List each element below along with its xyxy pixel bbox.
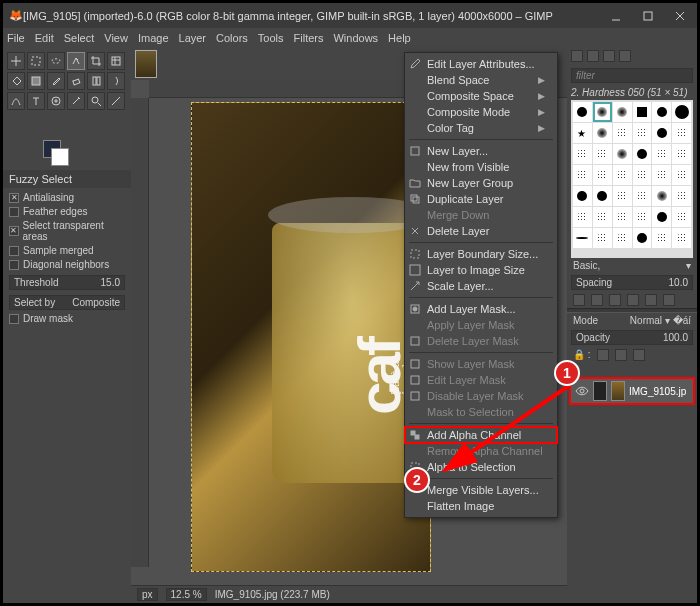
mi-new-from-visible[interactable]: New from Visible — [405, 159, 557, 175]
brush-item[interactable] — [593, 144, 612, 164]
brush-grid[interactable] — [571, 100, 693, 258]
opacity-slider[interactable]: Opacity100.0 — [571, 330, 693, 345]
threshold-slider[interactable]: Threshold15.0 — [9, 275, 125, 290]
brush-item[interactable] — [652, 186, 671, 206]
mi-edit-attributes[interactable]: Edit Layer Attributes... — [405, 56, 557, 72]
rect-select-tool[interactable] — [27, 52, 45, 70]
brush-item[interactable] — [593, 123, 612, 143]
mi-scale[interactable]: Scale Layer... — [405, 278, 557, 294]
brush-item[interactable] — [633, 144, 652, 164]
minimize-button[interactable] — [609, 9, 623, 23]
brush-item[interactable] — [633, 123, 652, 143]
brush-item[interactable] — [573, 207, 592, 227]
mi-new-group[interactable]: New Layer Group — [405, 175, 557, 191]
feather-checkbox[interactable] — [9, 207, 19, 217]
mi-duplicate[interactable]: Duplicate Layer — [405, 191, 557, 207]
menu-select[interactable]: Select — [64, 32, 95, 44]
brushes-tab-icon[interactable] — [571, 50, 583, 62]
del-brush-icon[interactable] — [627, 294, 639, 306]
brush-item[interactable] — [633, 165, 652, 185]
brush-item[interactable] — [613, 207, 632, 227]
text-tool[interactable] — [27, 92, 45, 110]
brush-item[interactable] — [573, 186, 592, 206]
brush-item[interactable] — [573, 228, 592, 248]
menu-edit[interactable]: Edit — [35, 32, 54, 44]
free-select-tool[interactable] — [47, 52, 65, 70]
brush-item[interactable] — [573, 102, 592, 122]
maximize-button[interactable] — [641, 9, 655, 23]
brush-item[interactable] — [593, 207, 612, 227]
mi-composite-mode[interactable]: Composite Mode▶ — [405, 104, 557, 120]
lock-alpha-icon[interactable] — [633, 349, 645, 361]
brush-item[interactable] — [613, 123, 632, 143]
brush-item[interactable] — [652, 165, 671, 185]
transform-tool[interactable] — [107, 52, 125, 70]
brush-tool[interactable] — [47, 72, 65, 90]
dup-brush-icon[interactable] — [609, 294, 621, 306]
bg-color[interactable] — [51, 148, 69, 166]
brush-item[interactable] — [652, 144, 671, 164]
menu-view[interactable]: View — [104, 32, 128, 44]
mi-new-layer[interactable]: New Layer... — [405, 143, 557, 159]
visibility-icon[interactable] — [575, 386, 589, 396]
patterns-tab-icon[interactable] — [587, 50, 599, 62]
refresh-brush-icon[interactable] — [645, 294, 657, 306]
brush-item[interactable] — [652, 207, 671, 227]
brush-item[interactable] — [633, 102, 652, 122]
brush-item[interactable] — [613, 144, 632, 164]
layer-row[interactable]: IMG_9105.jp — [569, 377, 695, 405]
mi-add-mask[interactable]: Add Layer Mask... — [405, 301, 557, 317]
mi-boundary[interactable]: Layer Boundary Size... — [405, 246, 557, 262]
brush-item[interactable] — [593, 165, 612, 185]
selectby-dropdown[interactable]: Select byComposite — [9, 295, 125, 310]
brush-item[interactable] — [613, 102, 632, 122]
zoom-dropdown[interactable]: 12.5 % — [166, 588, 207, 601]
edit-brush-icon[interactable] — [573, 294, 585, 306]
path-tool[interactable] — [7, 92, 25, 110]
diagonal-checkbox[interactable] — [9, 260, 19, 270]
crop-tool[interactable] — [87, 52, 105, 70]
layer-name[interactable]: IMG_9105.jp — [629, 386, 686, 397]
color-swatches[interactable] — [7, 140, 127, 166]
brush-item[interactable] — [672, 207, 691, 227]
brush-item[interactable] — [672, 123, 691, 143]
menu-windows[interactable]: Windows — [333, 32, 378, 44]
heal-tool[interactable] — [47, 92, 65, 110]
fuzzy-select-tool[interactable] — [67, 52, 85, 70]
brush-item[interactable] — [672, 228, 691, 248]
gradient-tool[interactable] — [27, 72, 45, 90]
brush-item[interactable] — [613, 165, 632, 185]
brush-filter-input[interactable]: filter — [571, 68, 693, 83]
brush-item[interactable] — [672, 165, 691, 185]
menu-filters[interactable]: Filters — [294, 32, 324, 44]
mi-flatten[interactable]: Flatten Image — [405, 498, 557, 514]
lock-position-icon[interactable] — [615, 349, 627, 361]
layer-thumb[interactable] — [611, 381, 625, 401]
brush-item[interactable] — [573, 123, 592, 143]
mi-blend-space[interactable]: Blend Space▶ — [405, 72, 557, 88]
drawmask-checkbox[interactable] — [9, 314, 19, 324]
brush-item[interactable] — [573, 144, 592, 164]
brush-item[interactable] — [652, 102, 671, 122]
mi-add-alpha-channel[interactable]: Add Alpha Channel — [405, 427, 557, 443]
menu-file[interactable]: File — [7, 32, 25, 44]
canvas[interactable]: caf [caffè al fresco] — [191, 102, 431, 572]
mode-row[interactable]: ModeNormal ▾ �áí — [567, 313, 697, 328]
brush-item[interactable] — [593, 186, 612, 206]
brush-item[interactable] — [672, 102, 691, 122]
antialias-checkbox[interactable] — [9, 193, 19, 203]
spacing-slider[interactable]: Spacing10.0 — [571, 275, 693, 290]
layer-mask-thumb[interactable] — [593, 381, 607, 401]
mi-composite-space[interactable]: Composite Space▶ — [405, 88, 557, 104]
transparent-checkbox[interactable] — [9, 226, 19, 236]
brush-basic-row[interactable]: Basic,▾ — [567, 258, 697, 273]
brush-item[interactable] — [633, 207, 652, 227]
picker-tool[interactable] — [67, 92, 85, 110]
unit-dropdown[interactable]: px — [137, 588, 158, 601]
mi-color-tag[interactable]: Color Tag▶ — [405, 120, 557, 136]
brush-item[interactable] — [633, 228, 652, 248]
image-tab-thumb[interactable] — [135, 50, 157, 78]
mi-to-image-size[interactable]: Layer to Image Size — [405, 262, 557, 278]
history-tab-icon[interactable] — [619, 50, 631, 62]
new-brush-icon[interactable] — [591, 294, 603, 306]
